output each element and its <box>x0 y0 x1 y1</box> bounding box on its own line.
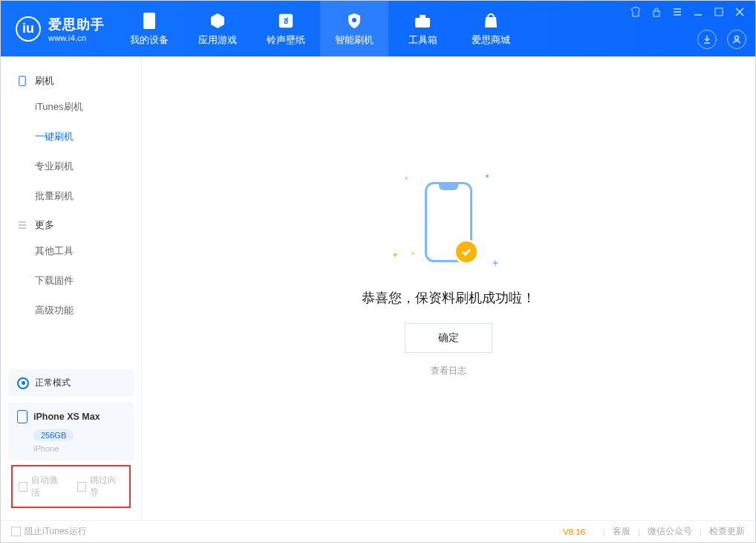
checkbox-skip-guide[interactable]: 跳过向导 <box>77 474 124 499</box>
device-storage: 256GB <box>33 429 74 441</box>
checkbox-label: 跳过向导 <box>90 474 123 499</box>
sidebar-section-label: 刷机 <box>35 74 54 88</box>
header-bar: iu 爱思助手 www.i4.cn 我的设备 应用游戏 铃声壁纸 智能刷机 工具… <box>1 1 755 56</box>
download-icon[interactable] <box>697 30 717 49</box>
svg-rect-3 <box>415 18 430 27</box>
phone-illustration <box>382 170 515 274</box>
tab-label: 爱思商城 <box>472 33 510 47</box>
success-check-icon <box>454 239 479 264</box>
svg-rect-0 <box>143 13 155 29</box>
checkbox-label: 自动激活 <box>31 474 65 499</box>
phone-icon <box>17 410 27 423</box>
confirm-button[interactable]: 确定 <box>405 323 492 353</box>
phone-icon <box>17 76 27 86</box>
status-bar: 阻止iTunes运行 V8.16 | 客服 | 微信公众号 | 检查更新 <box>1 520 755 542</box>
sidebar-item-advanced[interactable]: 高级功能 <box>1 296 141 325</box>
window-controls <box>629 5 746 19</box>
sidebar-section-label: 更多 <box>35 218 54 232</box>
checkbox-highlight-frame: 自动激活 跳过向导 <box>11 465 131 508</box>
device-icon <box>140 11 159 30</box>
svg-rect-4 <box>420 15 426 18</box>
sidebar-item-download-firmware[interactable]: 下载固件 <box>1 266 141 296</box>
lock-icon[interactable] <box>650 5 663 19</box>
tab-smart-flash[interactable]: 智能刷机 <box>320 1 388 56</box>
logo-area: iu 爱思助手 www.i4.cn <box>1 1 115 56</box>
toolbox-icon <box>413 11 432 30</box>
sidebar-item-itunes-flash[interactable]: iTunes刷机 <box>1 92 141 122</box>
sidebar-item-pro-flash[interactable]: 专业刷机 <box>1 152 141 181</box>
svg-rect-8 <box>19 77 25 86</box>
maximize-icon[interactable] <box>712 5 726 19</box>
list-icon <box>17 220 27 230</box>
device-name: iPhone XS Max <box>33 412 100 422</box>
tab-label: 工具箱 <box>408 33 437 47</box>
sidebar-item-oneclick-flash[interactable]: 一键刷机 <box>1 122 141 152</box>
view-log-link[interactable]: 查看日志 <box>431 365 466 377</box>
app-name: 爱思助手 <box>48 16 105 33</box>
nav-tabs: 我的设备 应用游戏 铃声壁纸 智能刷机 工具箱 爱思商城 <box>115 1 525 56</box>
link-check-update[interactable]: 检查更新 <box>709 526 745 537</box>
sidebar-item-batch-flash[interactable]: 批量刷机 <box>1 181 141 211</box>
tab-label: 我的设备 <box>130 33 169 47</box>
sidebar-section-flash: 刷机 <box>1 67 141 92</box>
tab-toolbox[interactable]: 工具箱 <box>388 1 457 56</box>
tab-label: 铃声壁纸 <box>267 33 305 47</box>
music-icon <box>276 11 296 30</box>
tshirt-icon[interactable] <box>629 5 642 19</box>
svg-rect-6 <box>715 8 723 16</box>
svg-rect-5 <box>654 11 659 16</box>
minimize-icon[interactable] <box>691 5 705 19</box>
status-mode-label: 正常模式 <box>35 377 71 389</box>
main-content: 恭喜您，保资料刷机成功啦！ 确定 查看日志 <box>142 56 755 520</box>
result-message: 恭喜您，保资料刷机成功啦！ <box>362 289 535 307</box>
sidebar-section-more: 更多 <box>1 211 141 236</box>
checkbox-icon <box>77 482 86 492</box>
tab-label: 应用游戏 <box>198 33 237 47</box>
menu-icon[interactable] <box>671 5 684 19</box>
logo-icon: iu <box>16 16 41 42</box>
status-icon <box>17 377 29 389</box>
result-panel: 恭喜您，保资料刷机成功啦！ 确定 查看日志 <box>362 170 535 377</box>
tab-apps-games[interactable]: 应用游戏 <box>183 1 252 56</box>
checkbox-icon <box>19 482 27 492</box>
tab-store[interactable]: 爱思商城 <box>457 1 525 56</box>
tab-ringtones-wallpapers[interactable]: 铃声壁纸 <box>252 1 320 56</box>
tab-my-device[interactable]: 我的设备 <box>115 1 183 56</box>
status-mode-card[interactable]: 正常模式 <box>8 369 134 397</box>
close-icon[interactable] <box>733 5 746 19</box>
checkbox-block-itunes[interactable]: 阻止iTunes运行 <box>11 525 87 538</box>
checkbox-icon <box>11 527 21 536</box>
user-icon[interactable] <box>727 30 746 49</box>
device-type: iPhone <box>33 444 125 453</box>
link-support[interactable]: 客服 <box>613 526 630 537</box>
shield-icon <box>345 11 364 30</box>
checkbox-label: 阻止iTunes运行 <box>25 525 87 538</box>
device-card[interactable]: iPhone XS Max 256GB iPhone <box>8 403 134 461</box>
svg-point-7 <box>735 36 739 40</box>
sidebar-item-other-tools[interactable]: 其他工具 <box>1 236 141 266</box>
sidebar: 刷机 iTunes刷机 一键刷机 专业刷机 批量刷机 更多 其他工具 下载固件 … <box>1 56 142 520</box>
version-label: V8.16 <box>563 527 585 536</box>
cube-icon <box>208 11 227 30</box>
bag-icon <box>481 11 501 30</box>
tab-label: 智能刷机 <box>335 33 374 47</box>
app-url: www.i4.cn <box>48 33 105 42</box>
checkbox-auto-activate[interactable]: 自动激活 <box>19 474 65 499</box>
link-wechat[interactable]: 微信公众号 <box>648 526 692 537</box>
svg-point-2 <box>352 18 356 22</box>
